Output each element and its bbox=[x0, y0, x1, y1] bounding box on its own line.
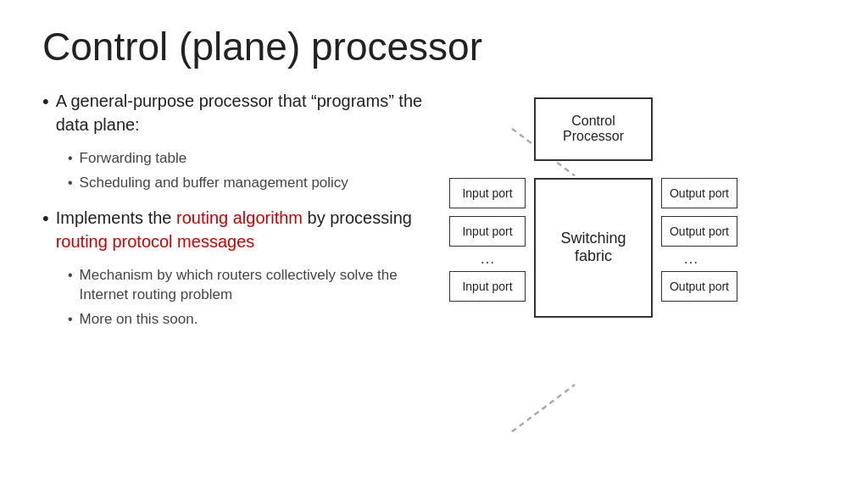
sub-1a-text: Forwarding table bbox=[80, 148, 187, 169]
output-port-2-label: Output port bbox=[670, 225, 729, 238]
sub-bullets-2: • Mechanism by which routers collectivel… bbox=[68, 265, 449, 335]
output-port-2: Output port bbox=[661, 216, 737, 247]
output-port-1: Output port bbox=[661, 178, 737, 208]
sub-1a-dot: • bbox=[68, 148, 73, 169]
ellipsis-left-label: … bbox=[480, 250, 495, 267]
sub-2a-text: Mechanism by which routers collectively … bbox=[80, 265, 449, 306]
input-ports-ellipsis: … bbox=[480, 250, 495, 268]
bullet-2-dot: • bbox=[42, 206, 49, 232]
sub-1b-text: Scheduling and buffer management policy bbox=[80, 173, 348, 193]
slide-title: Control (plane) processor bbox=[42, 25, 826, 69]
control-processor-label: ControlProcessor bbox=[563, 114, 624, 144]
left-content: • A general-purpose processor that “prog… bbox=[42, 89, 449, 471]
output-ports-ellipsis: … bbox=[683, 250, 698, 268]
output-port-3: Output port bbox=[661, 271, 737, 302]
control-processor-box: ControlProcessor bbox=[534, 97, 653, 161]
red-routing-protocol: routing protocol messages bbox=[56, 232, 255, 251]
input-port-3-label: Input port bbox=[462, 280, 512, 293]
sub-bullet-1a: • Forwarding table bbox=[68, 148, 449, 169]
input-port-2: Input port bbox=[449, 216, 526, 247]
red-routing-algorithm: routing algorithm bbox=[176, 208, 303, 227]
bullet-1: • A general-purpose processor that “prog… bbox=[42, 89, 449, 136]
sub-bullet-2a: • Mechanism by which routers collectivel… bbox=[68, 265, 449, 306]
ellipsis-right-label: … bbox=[683, 250, 698, 267]
input-port-2-label: Input port bbox=[462, 225, 512, 238]
sub-2b-dot: • bbox=[68, 309, 73, 330]
right-diagram: ControlProcessor Input port Input port …… bbox=[449, 89, 826, 471]
slide-body: • A general-purpose processor that “prog… bbox=[42, 89, 826, 471]
sub-bullet-1b: • Scheduling and buffer management polic… bbox=[68, 173, 449, 193]
sub-2a-dot: • bbox=[68, 265, 73, 286]
sub-2b-text: More on this soon. bbox=[80, 309, 198, 330]
slide: Control (plane) processor • A general-pu… bbox=[0, 0, 868, 488]
bullet-1-text: A general-purpose processor that “progra… bbox=[56, 89, 449, 136]
input-port-1-label: Input port bbox=[462, 186, 512, 200]
input-port-3: Input port bbox=[449, 271, 526, 302]
bullet-2: • Implements the routing algorithm by pr… bbox=[42, 206, 449, 253]
bullet-1-dot: • bbox=[42, 89, 49, 115]
sub-bullets-1: • Forwarding table • Scheduling and buff… bbox=[68, 148, 449, 197]
input-port-1: Input port bbox=[449, 178, 526, 208]
sub-bullet-2b: • More on this soon. bbox=[68, 309, 449, 330]
output-port-3-label: Output port bbox=[670, 280, 729, 293]
switching-fabric-box: Switchingfabric bbox=[534, 178, 653, 318]
switching-fabric-label: Switchingfabric bbox=[560, 230, 626, 265]
sub-1b-dot: • bbox=[68, 173, 73, 193]
bullet-2-text: Implements the routing algorithm by proc… bbox=[56, 206, 449, 253]
output-port-1-label: Output port bbox=[670, 186, 729, 200]
